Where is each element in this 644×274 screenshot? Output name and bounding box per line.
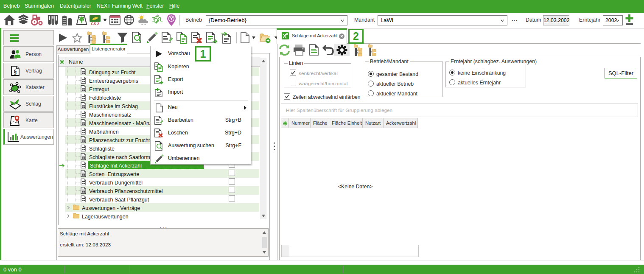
- svg-text:§: §: [14, 68, 17, 75]
- svg-text:GS 2: GS 2: [91, 22, 99, 26]
